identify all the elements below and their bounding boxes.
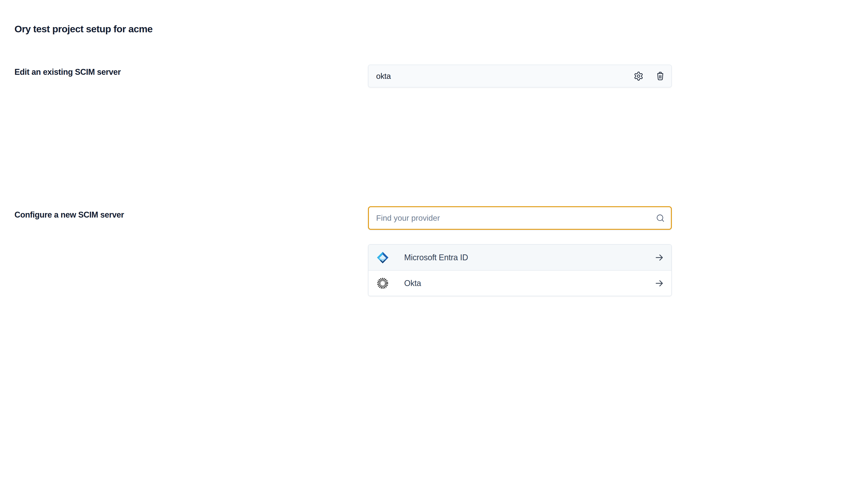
arrow-right-icon xyxy=(654,278,664,289)
search-icon xyxy=(655,213,665,223)
provider-row-microsoft-entra-id[interactable]: Microsoft Entra ID xyxy=(368,245,671,270)
existing-scim-server-row: okta xyxy=(368,65,672,88)
provider-list: Microsoft Entra ID Okta xyxy=(368,244,672,296)
page-title: Ory test project setup for acme xyxy=(14,24,153,35)
gear-icon xyxy=(633,71,644,81)
configure-scim-heading: Configure a new SCIM server xyxy=(14,210,124,220)
edit-scim-heading: Edit an existing SCIM server xyxy=(14,67,121,77)
provider-search-input[interactable] xyxy=(369,207,655,229)
server-row-actions xyxy=(633,71,665,81)
scim-setup-page: Ory test project setup for acme Edit an … xyxy=(0,0,868,488)
okta-logo-icon xyxy=(376,277,389,290)
microsoft-entra-logo-icon xyxy=(376,251,389,264)
scim-server-name: okta xyxy=(376,72,391,80)
delete-server-button[interactable] xyxy=(655,71,665,81)
arrow-right-icon xyxy=(654,252,664,263)
provider-search-box xyxy=(368,206,672,230)
trash-icon xyxy=(655,71,665,81)
provider-label: Okta xyxy=(404,279,421,288)
configure-server-button[interactable] xyxy=(633,71,644,81)
provider-row-okta[interactable]: Okta xyxy=(368,270,671,296)
provider-label: Microsoft Entra ID xyxy=(404,253,468,262)
